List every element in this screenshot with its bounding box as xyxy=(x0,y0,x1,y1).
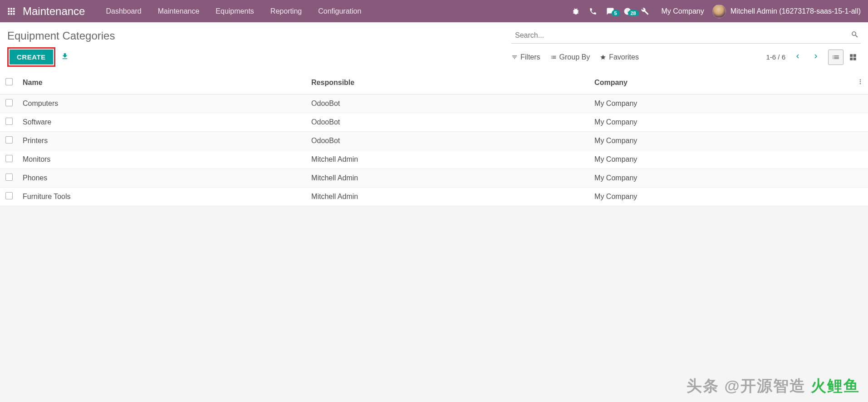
row-checkbox[interactable] xyxy=(5,99,13,106)
cell-name: Furniture Tools xyxy=(18,188,307,206)
cell-company: My Company xyxy=(590,113,853,132)
pager-text[interactable]: 1-6 / 6 xyxy=(766,53,785,61)
menu-configuration[interactable]: Configuration xyxy=(310,0,369,22)
search-icon[interactable] xyxy=(851,30,859,40)
favorites-label: Favorites xyxy=(609,53,639,61)
cell-company: My Company xyxy=(590,150,853,169)
star-icon xyxy=(600,54,606,60)
kanban-view-icon xyxy=(849,53,857,61)
kanban-view-button[interactable] xyxy=(845,50,861,65)
groupby-button[interactable]: Group By xyxy=(550,53,590,61)
page-title: Equipment Categories xyxy=(7,30,115,42)
apps-icon[interactable] xyxy=(7,7,15,15)
tools-icon[interactable] xyxy=(636,7,653,15)
svg-rect-5 xyxy=(13,10,15,12)
menu-reporting[interactable]: Reporting xyxy=(262,0,310,22)
cell-responsible: Mitchell Admin xyxy=(307,150,590,169)
cell-name: Software xyxy=(18,113,307,132)
col-company[interactable]: Company xyxy=(590,71,853,94)
cell-name: Monitors xyxy=(18,150,307,169)
pager-prev[interactable] xyxy=(792,50,804,64)
table-row[interactable]: SoftwareOdooBotMy Company xyxy=(0,113,868,132)
filter-icon xyxy=(511,54,518,60)
cell-name: Phones xyxy=(18,169,307,188)
chevron-left-icon xyxy=(794,52,802,60)
avatar xyxy=(712,5,726,18)
list-icon xyxy=(550,54,557,60)
table-row[interactable]: PhonesMitchell AdminMy Company xyxy=(0,169,868,188)
cell-company: My Company xyxy=(590,188,853,206)
cell-company: My Company xyxy=(590,94,853,113)
chevron-right-icon xyxy=(812,52,820,60)
row-checkbox[interactable] xyxy=(5,174,13,181)
cell-responsible: OdooBot xyxy=(307,132,590,150)
list-view-button[interactable] xyxy=(828,50,843,65)
svg-rect-1 xyxy=(10,8,12,10)
row-checkbox[interactable] xyxy=(5,155,13,162)
svg-rect-0 xyxy=(8,8,10,10)
user-name: Mitchell Admin (16273178-saas-15-1-all) xyxy=(731,7,861,15)
svg-rect-3 xyxy=(8,10,10,12)
pager-next[interactable] xyxy=(810,50,822,64)
cell-name: Printers xyxy=(18,132,307,150)
create-highlight: CREATE xyxy=(7,47,55,67)
bug-icon[interactable] xyxy=(567,7,584,15)
row-checkbox[interactable] xyxy=(5,192,13,199)
col-name[interactable]: Name xyxy=(18,71,307,94)
table-row[interactable]: PrintersOdooBotMy Company xyxy=(0,132,868,150)
filters-label: Filters xyxy=(520,53,540,61)
cell-name: Computers xyxy=(18,94,307,113)
column-options[interactable] xyxy=(853,71,868,94)
table-row[interactable]: Furniture ToolsMitchell AdminMy Company xyxy=(0,188,868,206)
select-all-checkbox[interactable] xyxy=(5,78,13,85)
user-menu[interactable]: Mitchell Admin (16273178-saas-15-1-all) xyxy=(712,5,861,18)
groupby-label: Group By xyxy=(559,53,590,61)
svg-point-14 xyxy=(860,81,861,82)
menu-dashboard[interactable]: Dashboard xyxy=(98,0,149,22)
svg-rect-10 xyxy=(853,54,856,57)
create-button[interactable]: CREATE xyxy=(10,50,53,65)
categories-table: Name Responsible Company ComputersOdooBo… xyxy=(0,71,868,206)
svg-rect-7 xyxy=(10,13,12,15)
svg-rect-2 xyxy=(13,8,15,10)
menu-equipments[interactable]: Equipments xyxy=(207,0,262,22)
messaging-icon[interactable]: 5 xyxy=(602,7,619,15)
control-panel: Equipment Categories CREATE Filters Grou… xyxy=(0,22,868,71)
svg-point-15 xyxy=(860,83,861,84)
kebab-icon xyxy=(857,78,863,86)
row-checkbox[interactable] xyxy=(5,118,13,125)
download-icon[interactable] xyxy=(61,52,69,62)
svg-point-13 xyxy=(860,79,861,80)
company-selector[interactable]: My Company xyxy=(653,7,712,15)
svg-rect-11 xyxy=(850,57,853,60)
cell-company: My Company xyxy=(590,132,853,150)
favorites-button[interactable]: Favorites xyxy=(600,53,639,61)
cell-responsible: Mitchell Admin xyxy=(307,188,590,206)
svg-rect-8 xyxy=(13,13,15,15)
table-row[interactable]: MonitorsMitchell AdminMy Company xyxy=(0,150,868,169)
list-view-icon xyxy=(832,53,840,61)
phone-icon[interactable] xyxy=(584,7,602,15)
filters-button[interactable]: Filters xyxy=(511,53,540,61)
menu-maintenance[interactable]: Maintenance xyxy=(150,0,208,22)
svg-rect-9 xyxy=(850,54,853,57)
svg-rect-12 xyxy=(853,57,856,60)
cell-responsible: OdooBot xyxy=(307,94,590,113)
search-input[interactable] xyxy=(511,28,861,44)
svg-rect-6 xyxy=(8,13,10,15)
table-row[interactable]: ComputersOdooBotMy Company xyxy=(0,94,868,113)
col-responsible[interactable]: Responsible xyxy=(307,71,590,94)
cell-responsible: OdooBot xyxy=(307,113,590,132)
table-container: Name Responsible Company ComputersOdooBo… xyxy=(0,71,868,206)
app-name[interactable]: Maintenance xyxy=(23,5,85,18)
cell-company: My Company xyxy=(590,169,853,188)
activity-icon[interactable]: 28 xyxy=(619,7,636,15)
row-checkbox[interactable] xyxy=(5,136,13,144)
cell-responsible: Mitchell Admin xyxy=(307,169,590,188)
svg-rect-4 xyxy=(10,10,12,12)
main-navbar: Maintenance Dashboard Maintenance Equipm… xyxy=(0,0,868,22)
